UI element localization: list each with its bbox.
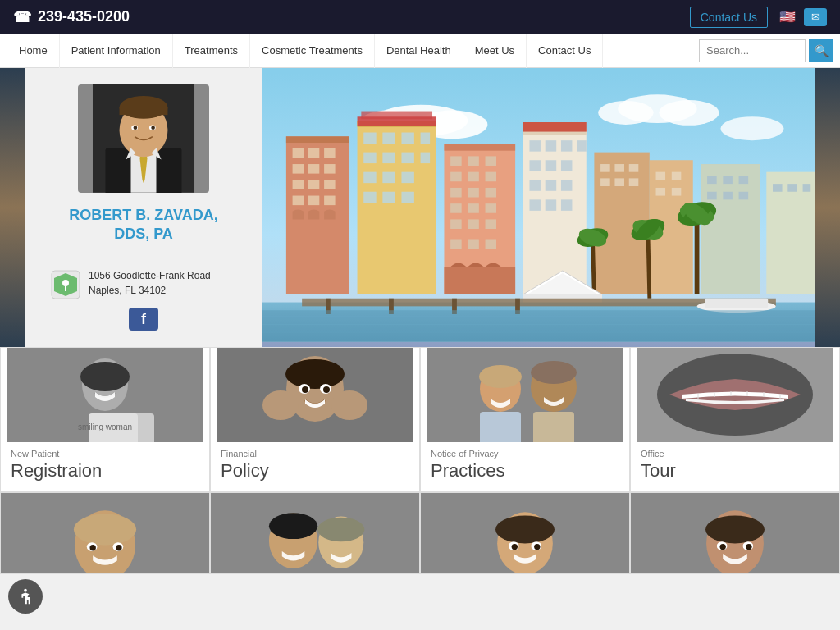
svg-rect-74 [486, 219, 496, 229]
svg-rect-76 [468, 240, 478, 249]
svg-rect-159 [427, 348, 623, 442]
svg-rect-63 [450, 172, 461, 182]
grid-item-text-tour: Office Tour [631, 442, 839, 491]
nav-item-dental-health[interactable]: Dental Health [375, 34, 463, 68]
svg-rect-100 [614, 178, 624, 186]
svg-rect-89 [561, 180, 572, 190]
svg-rect-46 [382, 153, 395, 163]
doctor-photo [78, 84, 209, 193]
svg-rect-31 [308, 164, 319, 174]
grid-sub-registration: New Patient [11, 449, 199, 459]
grid-item-text-privacy: Notice of Privacy Practices [421, 442, 629, 491]
svg-rect-113 [739, 192, 749, 200]
svg-rect-98 [629, 164, 639, 172]
svg-point-186 [317, 518, 364, 542]
grid-item-privacy[interactable]: Notice of Privacy Practices [420, 347, 630, 492]
grid-main-registration: Registraion [11, 460, 199, 482]
nav-item-treatments[interactable]: Treatments [173, 34, 250, 68]
grid-item-img-registration: smiling woman [1, 348, 209, 442]
nav-item-patient-info[interactable]: Patient Information [60, 34, 173, 68]
svg-rect-164 [480, 412, 521, 442]
svg-rect-82 [561, 140, 572, 151]
svg-rect-116 [803, 184, 811, 192]
svg-rect-68 [486, 188, 496, 198]
grid-main-privacy: Practices [431, 460, 619, 482]
svg-rect-28 [308, 148, 319, 158]
svg-rect-87 [529, 180, 540, 190]
hero-section: ROBERT B. ZAVADA, DDS, PA 1056 Goodlette… [0, 68, 840, 347]
svg-point-10 [134, 126, 138, 130]
top-icons: 🇺🇸 ✉ [776, 8, 827, 26]
grid-item-text-registration: New Patient Registraion [1, 442, 209, 491]
svg-rect-72 [450, 219, 461, 229]
svg-rect-34 [308, 180, 319, 189]
svg-rect-77 [486, 240, 496, 249]
svg-rect-30 [293, 164, 304, 174]
svg-point-155 [302, 386, 308, 393]
svg-point-199 [719, 544, 725, 550]
grid-item-registration[interactable]: smiling woman New Patient Registraion [0, 347, 210, 492]
svg-rect-32 [324, 164, 335, 174]
top-right-area: Contact Us 🇺🇸 ✉ [690, 7, 827, 28]
svg-rect-42 [382, 133, 395, 144]
search-button[interactable]: 🔍 [809, 39, 833, 62]
email-icon[interactable]: ✉ [804, 8, 827, 26]
doctor-panel: ROBERT B. ZAVADA, DDS, PA 1056 Goodlette… [25, 68, 262, 347]
svg-point-161 [479, 365, 522, 388]
nav-item-home[interactable]: Home [7, 34, 60, 68]
svg-rect-50 [382, 172, 395, 183]
nav-item-contact-us[interactable]: Contact Us [527, 34, 603, 68]
grid-item2-1[interactable] [0, 492, 210, 574]
grid-main-tour: Tour [641, 460, 829, 482]
svg-point-16 [62, 280, 69, 286]
svg-rect-96 [600, 164, 610, 172]
svg-rect-60 [450, 156, 461, 166]
services-grid: smiling woman New Patient Registraion [0, 347, 840, 492]
svg-rect-102 [656, 172, 666, 180]
svg-rect-101 [629, 178, 639, 186]
svg-line-122 [648, 231, 650, 299]
doctor-name: ROBERT B. ZAVADA, DDS, PA [69, 206, 217, 244]
grid-item2-2[interactable] [210, 492, 420, 574]
hero-right-strip [815, 68, 840, 347]
svg-rect-71 [486, 203, 496, 213]
svg-point-152 [285, 359, 345, 389]
svg-rect-36 [293, 196, 304, 206]
svg-point-176 [74, 514, 136, 545]
grid-item2-4[interactable] [630, 492, 840, 574]
svg-rect-110 [739, 176, 749, 184]
map-icon [49, 268, 82, 301]
svg-point-200 [746, 544, 751, 550]
top-bar: ☎ 239-435-0200 Contact Us 🇺🇸 ✉ [0, 0, 840, 34]
grid-item-tour[interactable]: Office Tour [630, 347, 840, 492]
grid-item-img-tour [631, 348, 839, 442]
grid-sub-tour: Office [641, 449, 829, 459]
svg-rect-93 [523, 122, 587, 132]
grid-sub-policy: Financial [221, 449, 409, 459]
svg-rect-49 [363, 172, 376, 183]
nav-item-meet-us[interactable]: Meet Us [463, 34, 527, 68]
svg-point-158 [331, 390, 368, 420]
svg-rect-39 [358, 121, 436, 294]
svg-point-23 [659, 100, 719, 126]
svg-rect-109 [723, 176, 733, 184]
svg-rect-104 [656, 188, 666, 196]
search-input[interactable] [699, 39, 806, 62]
svg-point-193 [534, 544, 540, 550]
svg-rect-7 [120, 107, 168, 115]
svg-rect-66 [450, 188, 461, 198]
svg-rect-45 [363, 153, 376, 163]
svg-rect-51 [401, 172, 413, 183]
nav-item-cosmetic[interactable]: Cosmetic Treatments [250, 34, 375, 68]
svg-text:smiling woman: smiling woman [78, 422, 132, 431]
contact-us-top-link[interactable]: Contact Us [690, 7, 768, 28]
facebook-button[interactable]: f [129, 308, 158, 331]
svg-rect-112 [723, 192, 733, 200]
grid-item2-3[interactable] [420, 492, 630, 574]
svg-rect-58 [444, 144, 515, 151]
svg-rect-52 [363, 192, 376, 203]
svg-point-180 [116, 545, 121, 550]
svg-point-22 [598, 101, 653, 125]
grid-item-policy[interactable]: Financial Policy [210, 347, 420, 492]
svg-point-146 [80, 362, 130, 391]
